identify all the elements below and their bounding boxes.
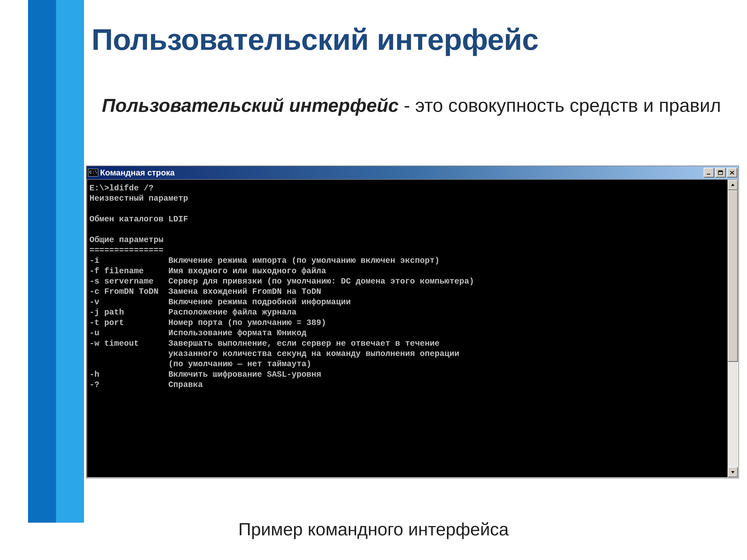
- close-button[interactable]: [727, 168, 737, 178]
- maximize-icon: [718, 170, 723, 175]
- svg-rect-2: [718, 171, 723, 172]
- scroll-down-button[interactable]: [728, 467, 738, 477]
- cmd-prompt-icon: C:\: [88, 169, 98, 177]
- minimize-icon: [706, 170, 712, 175]
- cmd-console[interactable]: E:\>ldifde /? Неизвестный параметр Обмен…: [87, 180, 727, 477]
- cmd-title-text: Командная строка: [100, 168, 702, 177]
- slide-caption: Пример командного интерфейса: [0, 519, 747, 539]
- slide-paragraph-strong: Пользовательский интерфейс: [102, 95, 399, 116]
- scroll-track[interactable]: [728, 190, 738, 467]
- scroll-up-button[interactable]: [728, 180, 738, 190]
- slide-title: Пользовательский интерфейс: [92, 22, 538, 57]
- cmd-titlebar[interactable]: C:\ Командная строка: [87, 166, 739, 179]
- vertical-scrollbar[interactable]: [727, 180, 738, 477]
- chevron-down-icon: [730, 470, 735, 475]
- slide-paragraph-rest: - это совокупность средств и правил: [399, 95, 721, 116]
- scroll-thumb[interactable]: [728, 190, 738, 362]
- cmd-window: C:\ Командная строка E:\>ldifde /? Неизв…: [87, 166, 739, 478]
- slide-paragraph: Пользовательский интерфейс - это совокуп…: [92, 93, 725, 117]
- accent-bar-light: [56, 0, 84, 523]
- cmd-body: E:\>ldifde /? Неизвестный параметр Обмен…: [87, 179, 739, 478]
- close-icon: [729, 170, 735, 175]
- window-buttons: [704, 168, 737, 178]
- maximize-button[interactable]: [715, 168, 726, 178]
- accent-bar-dark: [28, 0, 56, 523]
- chevron-up-icon: [730, 183, 735, 187]
- svg-rect-0: [707, 174, 710, 175]
- minimize-button[interactable]: [704, 168, 714, 178]
